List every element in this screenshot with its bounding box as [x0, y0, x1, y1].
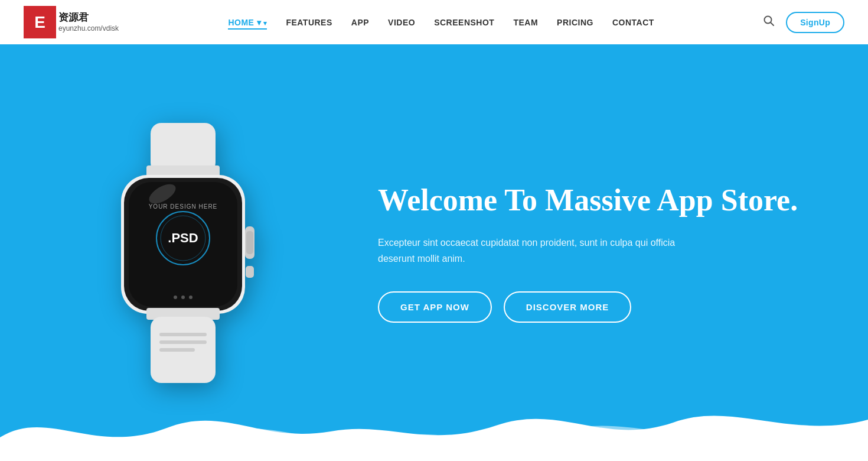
- nav-item-home[interactable]: HOME ▾: [228, 17, 267, 28]
- nav-link-pricing[interactable]: PRICING: [557, 18, 593, 27]
- svg-line-1: [771, 22, 774, 25]
- hero-section: YOUR DESIGN HERE .PSD: [0, 44, 868, 461]
- svg-rect-16: [246, 266, 254, 278]
- hero-subtitle: Excepteur sint occaecat cupidatat non pr…: [378, 235, 697, 267]
- nav-link-app[interactable]: APP: [351, 18, 369, 27]
- nav-link-video[interactable]: VIDEO: [388, 18, 415, 27]
- svg-point-13: [189, 296, 192, 299]
- watch-illustration: YOUR DESIGN HERE .PSD: [83, 123, 283, 371]
- wave-svg: [0, 390, 868, 461]
- wave-decoration: [0, 390, 868, 461]
- svg-text:YOUR DESIGN HERE: YOUR DESIGN HERE: [149, 203, 218, 210]
- nav-link-features[interactable]: FEATURES: [286, 18, 332, 27]
- navbar: E 资源君 eyunzhu.com/vdisk HOME ▾ FEATURES …: [0, 0, 868, 44]
- svg-rect-20: [159, 340, 207, 344]
- logo-icon: E: [24, 6, 56, 38]
- svg-text:.PSD: .PSD: [168, 230, 198, 245]
- svg-rect-19: [159, 333, 207, 336]
- nav-link-contact[interactable]: CONTACT: [612, 18, 654, 27]
- svg-point-11: [174, 296, 177, 299]
- search-button[interactable]: [763, 15, 774, 29]
- watch-svg: YOUR DESIGN HERE .PSD: [83, 123, 283, 383]
- nav-links: HOME ▾ FEATURES APP VIDEO SCREENSHOT TEA…: [228, 17, 654, 28]
- nav-link-screenshot[interactable]: SCREENSHOT: [434, 18, 494, 27]
- nav-item-app[interactable]: APP: [351, 17, 369, 28]
- hero-content: Welcome To Massive App Store. Excepteur …: [366, 183, 868, 323]
- nav-item-video[interactable]: VIDEO: [388, 17, 415, 28]
- svg-rect-21: [159, 348, 195, 352]
- discover-more-button[interactable]: DISCOVER MORE: [504, 291, 632, 323]
- hero-buttons: GET APP NOW DISCOVER MORE: [378, 291, 833, 323]
- svg-rect-15: [246, 231, 253, 254]
- svg-point-12: [181, 296, 185, 299]
- logo-url-text: eyunzhu.com/vdisk: [58, 24, 119, 33]
- logo-cn-text: 资源君: [58, 12, 119, 24]
- nav-item-pricing[interactable]: PRICING: [557, 17, 593, 28]
- hero-title: Welcome To Massive App Store.: [378, 183, 833, 218]
- signup-button[interactable]: SignUp: [786, 12, 844, 33]
- logo-text: 资源君 eyunzhu.com/vdisk: [58, 12, 119, 33]
- nav-item-features[interactable]: FEATURES: [286, 17, 332, 28]
- search-icon: [763, 15, 774, 26]
- nav-right: SignUp: [763, 12, 844, 33]
- logo[interactable]: E 资源君 eyunzhu.com/vdisk: [24, 6, 119, 38]
- nav-item-team[interactable]: TEAM: [513, 17, 538, 28]
- get-app-button[interactable]: GET APP NOW: [378, 291, 492, 323]
- nav-item-contact[interactable]: CONTACT: [612, 17, 654, 28]
- nav-link-team[interactable]: TEAM: [513, 18, 538, 27]
- nav-link-home[interactable]: HOME ▾: [228, 18, 267, 30]
- nav-item-screenshot[interactable]: SCREENSHOT: [434, 17, 494, 28]
